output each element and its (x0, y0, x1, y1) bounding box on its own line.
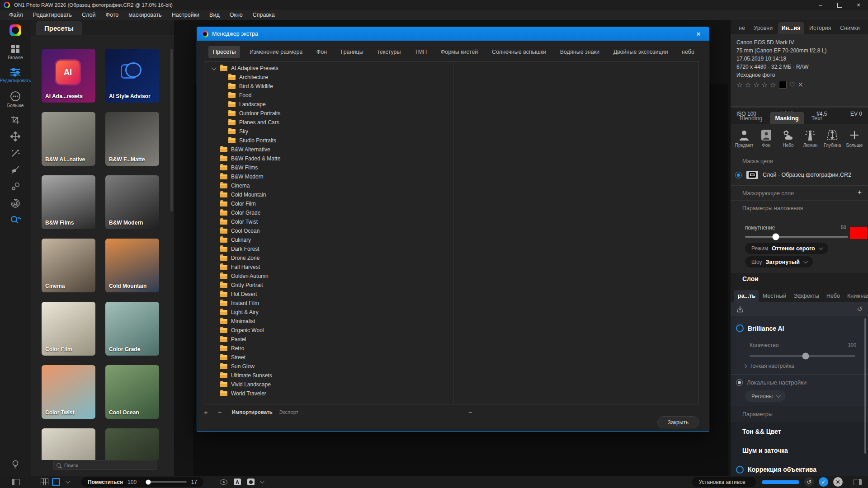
tree-item[interactable]: Organic Wool (204, 326, 453, 335)
tree-item[interactable]: Hot Desert (204, 290, 453, 299)
dialog-tab[interactable]: Пресеты (208, 46, 240, 58)
section-tone-color[interactable]: Тон && Цвет (731, 422, 868, 441)
chevron-down-icon[interactable] (260, 479, 264, 483)
chevron-down-icon[interactable] (211, 65, 216, 70)
menu-item[interactable]: Настройки (167, 11, 204, 19)
tree-item[interactable]: Architecture (204, 73, 453, 82)
local-settings-row[interactable]: Локальные настройки (736, 379, 807, 386)
magic-wand-tool-button[interactable] (10, 148, 20, 158)
layers-tab[interactable]: Эффекты (790, 290, 823, 302)
import-preset-icon[interactable] (736, 305, 744, 313)
toggle-circle-icon[interactable] (736, 324, 744, 332)
tree-item[interactable]: AI Adaptive Presets (204, 64, 453, 73)
export-button[interactable]: Экспорт (279, 409, 298, 415)
tree-item[interactable]: Golden Autumn (204, 272, 453, 281)
dialog-close-icon[interactable]: ✕ (693, 31, 704, 38)
info-tab[interactable]: не (735, 22, 749, 34)
preset-tile[interactable]: B&W Modern (105, 175, 159, 229)
presets-scrollbar[interactable] (170, 49, 173, 211)
layers-tab[interactable]: Небо (823, 290, 844, 302)
tree-item[interactable]: Pastel (204, 335, 453, 344)
mask-mode-dropdown[interactable]: Режим Оттенки серого (745, 243, 828, 254)
tree-item[interactable]: World Traveler (204, 389, 453, 398)
reject-icon[interactable]: ✕ (797, 80, 803, 89)
fine-tune-row[interactable]: Тонкая настройка (743, 363, 794, 369)
toggle-left-panel-button[interactable] (12, 479, 20, 485)
tree-item[interactable]: Sky (204, 127, 453, 136)
dialog-tab[interactable]: небо (677, 46, 699, 58)
text-overlay-icon[interactable]: A (234, 479, 241, 485)
star-icon[interactable]: ☆ (745, 80, 751, 89)
mask-color-swatch[interactable] (850, 227, 867, 239)
dialog-close-button[interactable]: Закрыть (657, 416, 699, 428)
menu-item[interactable]: Файл (5, 11, 28, 19)
tree-item[interactable]: Cold Mountain (204, 190, 453, 199)
heart-icon[interactable]: ♡ (789, 80, 796, 89)
preset-tile[interactable]: B&W Al...native (42, 112, 95, 166)
mask-sky-button[interactable]: Небо (778, 129, 798, 148)
tree-item[interactable]: Studio Portraits (204, 136, 453, 145)
preset-tile[interactable]: Cool Ocean (105, 365, 159, 419)
tree-item[interactable]: Sun Glow (204, 362, 453, 371)
preset-tile[interactable]: Color Twist (42, 365, 95, 419)
assets-install-dropdown[interactable]: Установка активов (692, 477, 756, 487)
preset-tile[interactable]: Cold Mountain (105, 239, 159, 292)
tree-item[interactable]: Color Twist (204, 217, 453, 226)
preset-tile[interactable]: AI Style Advisor (105, 49, 159, 103)
preset-tile[interactable]: Color Grade (105, 302, 159, 356)
mask-background-button[interactable]: Фон (756, 129, 776, 148)
help-bulb-button[interactable] (11, 460, 20, 469)
mode-tab[interactable]: Masking (770, 112, 804, 124)
mask-more-button[interactable]: Больше (844, 129, 864, 148)
more-module-button[interactable]: Больше (7, 90, 24, 108)
radio-icon[interactable] (736, 379, 743, 386)
dialog-tab[interactable]: Границы (336, 46, 368, 58)
mask-show-dropdown[interactable]: Шоу Затронутый (745, 256, 813, 267)
preset-search-box[interactable] (53, 460, 157, 470)
tree-item[interactable]: Gritty Portrait (204, 281, 453, 290)
tree-item[interactable]: Ultimate Sunsets (204, 371, 453, 380)
tree-item[interactable]: Culinary (204, 235, 453, 244)
info-tab[interactable]: Ин...ия (778, 22, 804, 34)
remove-folder-button[interactable]: − (218, 408, 222, 416)
tree-item[interactable]: B&W Faded & Matte (204, 154, 453, 163)
grid-view-icon[interactable] (41, 479, 48, 485)
fit-button[interactable]: Поместиться (88, 479, 123, 485)
star-icon[interactable]: ☆ (769, 80, 776, 89)
menu-item[interactable]: Окно (225, 11, 247, 19)
layers-tab[interactable]: ра...ть (734, 290, 759, 302)
minimize-button[interactable]: – (811, 0, 830, 10)
tree-item[interactable]: Fall Harvest (204, 263, 453, 272)
dialog-tab[interactable]: Фон (312, 46, 331, 58)
tree-item[interactable]: Dark Forest (204, 244, 453, 253)
search-input[interactable] (63, 462, 154, 469)
section-noise-sharpening[interactable]: Шум и заточка (731, 441, 868, 460)
tree-item[interactable]: Bird & Wildlife (204, 82, 453, 91)
toggle-right-panel-button[interactable] (854, 479, 862, 485)
brush-tool-button[interactable] (10, 165, 20, 175)
zoom-tool-button[interactable] (10, 215, 21, 225)
preset-tile[interactable]: B&W F...Matte (105, 112, 159, 166)
tree-item[interactable]: Color Grade (204, 208, 453, 217)
layers-tab[interactable]: Местный (759, 290, 790, 302)
menu-item[interactable]: маскировать (124, 11, 166, 19)
import-button[interactable]: Импортировать (232, 409, 273, 415)
info-tab[interactable]: Снимки (836, 22, 863, 34)
preset-tile[interactable] (42, 428, 95, 460)
single-view-icon[interactable] (52, 478, 60, 486)
refine-tool-button[interactable] (10, 182, 20, 192)
dialog-tab[interactable]: текстуры (373, 46, 405, 58)
brilliance-row[interactable]: Brilliance AI (736, 324, 784, 332)
cancel-button[interactable]: ✕ (833, 477, 843, 487)
slider-thumb[interactable] (773, 234, 779, 240)
dialog-tab[interactable]: Двойные экспозиции (609, 46, 673, 58)
preset-tile[interactable] (105, 428, 159, 460)
preview-eye-icon[interactable] (220, 479, 227, 485)
tree-item[interactable]: B&W Modern (204, 172, 453, 181)
opacity-slider[interactable] (745, 236, 848, 238)
undo-button[interactable]: ↺ (804, 477, 814, 487)
star-icon[interactable]: ☆ (736, 80, 743, 89)
chevron-down-icon[interactable] (66, 479, 70, 483)
preset-tile[interactable]: AI AI Ada...resets (42, 49, 95, 103)
menu-item[interactable]: Редактировать (28, 11, 76, 19)
